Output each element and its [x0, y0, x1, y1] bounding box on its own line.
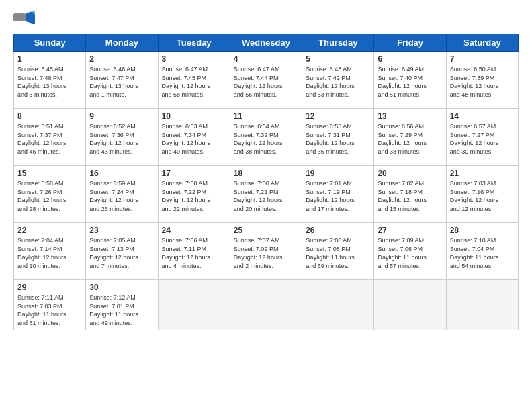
day-header-tuesday: Tuesday	[158, 34, 230, 52]
day-number: 23	[89, 226, 154, 235]
day-number: 15	[17, 169, 82, 178]
calendar-page: SundayMondayTuesdayWednesdayThursdayFrid…	[0, 0, 532, 411]
cal-cell-22: 22Sunrise: 7:04 AM Sunset: 7:14 PM Dayli…	[14, 223, 86, 280]
day-number: 17	[162, 169, 226, 178]
cell-info: Sunrise: 7:00 AM Sunset: 7:21 PM Dayligh…	[234, 179, 298, 213]
cal-cell-29: 29Sunrise: 7:11 AM Sunset: 7:03 PM Dayli…	[14, 280, 86, 330]
day-number: 12	[306, 111, 370, 121]
cal-cell-14: 14Sunrise: 6:57 AM Sunset: 7:27 PM Dayli…	[446, 109, 518, 166]
day-number: 7	[450, 54, 515, 64]
cell-info: Sunrise: 6:47 AM Sunset: 7:45 PM Dayligh…	[162, 65, 226, 99]
cell-info: Sunrise: 7:02 AM Sunset: 7:18 PM Dayligh…	[378, 179, 442, 213]
cal-cell-4: 4Sunrise: 6:47 AM Sunset: 7:44 PM Daylig…	[230, 52, 302, 109]
cell-info: Sunrise: 6:57 AM Sunset: 7:27 PM Dayligh…	[450, 122, 515, 156]
day-number: 22	[17, 226, 82, 235]
cal-cell-empty	[230, 280, 302, 330]
cal-cell-15: 15Sunrise: 6:58 AM Sunset: 7:26 PM Dayli…	[14, 166, 86, 223]
cal-cell-10: 10Sunrise: 6:53 AM Sunset: 7:34 PM Dayli…	[158, 109, 230, 166]
cell-info: Sunrise: 6:56 AM Sunset: 7:29 PM Dayligh…	[378, 122, 442, 156]
day-number: 5	[306, 54, 370, 64]
logo-icon	[13, 11, 35, 27]
cell-info: Sunrise: 6:47 AM Sunset: 7:44 PM Dayligh…	[234, 65, 298, 99]
day-number: 25	[234, 226, 298, 235]
day-number: 18	[234, 169, 298, 178]
logo	[13, 11, 38, 27]
cal-cell-13: 13Sunrise: 6:56 AM Sunset: 7:29 PM Dayli…	[374, 109, 446, 166]
day-header-friday: Friday	[374, 34, 446, 52]
day-number: 29	[17, 283, 82, 292]
day-number: 26	[306, 226, 370, 235]
cell-info: Sunrise: 6:48 AM Sunset: 7:42 PM Dayligh…	[306, 65, 370, 99]
cal-cell-1: 1Sunrise: 6:45 AM Sunset: 7:48 PM Daylig…	[14, 52, 86, 109]
day-number: 6	[378, 54, 442, 64]
day-number: 21	[450, 169, 515, 178]
cal-cell-19: 19Sunrise: 7:01 AM Sunset: 7:19 PM Dayli…	[302, 166, 374, 223]
cal-cell-6: 6Sunrise: 6:49 AM Sunset: 7:40 PM Daylig…	[374, 52, 446, 109]
day-header-wednesday: Wednesday	[230, 34, 302, 52]
cal-cell-empty	[302, 280, 374, 330]
cal-cell-empty	[374, 280, 446, 330]
day-number: 24	[162, 226, 226, 235]
cal-cell-empty	[158, 280, 230, 330]
day-number: 9	[89, 111, 154, 121]
calendar-table: SundayMondayTuesdayWednesdayThursdayFrid…	[13, 34, 519, 330]
cal-cell-16: 16Sunrise: 6:59 AM Sunset: 7:24 PM Dayli…	[86, 166, 158, 223]
day-number: 3	[162, 54, 226, 64]
cell-info: Sunrise: 7:12 AM Sunset: 7:01 PM Dayligh…	[89, 293, 154, 327]
day-number: 20	[378, 169, 442, 178]
day-number: 16	[89, 169, 154, 178]
cell-info: Sunrise: 6:46 AM Sunset: 7:47 PM Dayligh…	[89, 65, 154, 99]
cell-info: Sunrise: 7:04 AM Sunset: 7:14 PM Dayligh…	[17, 236, 82, 270]
day-number: 14	[450, 111, 515, 121]
cal-cell-28: 28Sunrise: 7:10 AM Sunset: 7:04 PM Dayli…	[446, 223, 518, 280]
cal-cell-21: 21Sunrise: 7:03 AM Sunset: 7:16 PM Dayli…	[446, 166, 518, 223]
cell-info: Sunrise: 6:49 AM Sunset: 7:40 PM Dayligh…	[378, 65, 442, 99]
cal-cell-8: 8Sunrise: 6:51 AM Sunset: 7:37 PM Daylig…	[14, 109, 86, 166]
cell-info: Sunrise: 7:09 AM Sunset: 7:06 PM Dayligh…	[378, 236, 442, 270]
cal-cell-27: 27Sunrise: 7:09 AM Sunset: 7:06 PM Dayli…	[374, 223, 446, 280]
cal-cell-17: 17Sunrise: 7:00 AM Sunset: 7:22 PM Dayli…	[158, 166, 230, 223]
cal-cell-25: 25Sunrise: 7:07 AM Sunset: 7:09 PM Dayli…	[230, 223, 302, 280]
cell-info: Sunrise: 7:03 AM Sunset: 7:16 PM Dayligh…	[450, 179, 515, 213]
day-number: 8	[17, 111, 82, 121]
cal-cell-9: 9Sunrise: 6:52 AM Sunset: 7:36 PM Daylig…	[86, 109, 158, 166]
cal-cell-12: 12Sunrise: 6:55 AM Sunset: 7:31 PM Dayli…	[302, 109, 374, 166]
cell-info: Sunrise: 7:05 AM Sunset: 7:13 PM Dayligh…	[89, 236, 154, 270]
cell-info: Sunrise: 7:10 AM Sunset: 7:04 PM Dayligh…	[450, 236, 515, 270]
day-number: 4	[234, 54, 298, 64]
cal-cell-24: 24Sunrise: 7:06 AM Sunset: 7:11 PM Dayli…	[158, 223, 230, 280]
cell-info: Sunrise: 6:59 AM Sunset: 7:24 PM Dayligh…	[89, 179, 154, 213]
cell-info: Sunrise: 7:06 AM Sunset: 7:11 PM Dayligh…	[162, 236, 226, 270]
day-number: 1	[17, 54, 82, 64]
cal-cell-26: 26Sunrise: 7:08 AM Sunset: 7:08 PM Dayli…	[302, 223, 374, 280]
cell-info: Sunrise: 6:54 AM Sunset: 7:32 PM Dayligh…	[234, 122, 298, 156]
cal-cell-30: 30Sunrise: 7:12 AM Sunset: 7:01 PM Dayli…	[86, 280, 158, 330]
cell-info: Sunrise: 6:50 AM Sunset: 7:39 PM Dayligh…	[450, 65, 515, 99]
day-header-sunday: Sunday	[14, 34, 86, 52]
day-number: 27	[378, 226, 442, 235]
header	[13, 11, 519, 27]
cell-info: Sunrise: 6:45 AM Sunset: 7:48 PM Dayligh…	[17, 65, 82, 99]
cell-info: Sunrise: 6:55 AM Sunset: 7:31 PM Dayligh…	[306, 122, 370, 156]
cal-cell-23: 23Sunrise: 7:05 AM Sunset: 7:13 PM Dayli…	[86, 223, 158, 280]
day-number: 30	[89, 283, 154, 292]
cal-cell-empty	[446, 280, 518, 330]
day-header-thursday: Thursday	[302, 34, 374, 52]
cal-cell-2: 2Sunrise: 6:46 AM Sunset: 7:47 PM Daylig…	[86, 52, 158, 109]
cal-cell-18: 18Sunrise: 7:00 AM Sunset: 7:21 PM Dayli…	[230, 166, 302, 223]
day-header-saturday: Saturday	[446, 34, 518, 52]
cal-cell-20: 20Sunrise: 7:02 AM Sunset: 7:18 PM Dayli…	[374, 166, 446, 223]
day-number: 11	[234, 111, 298, 121]
day-header-monday: Monday	[86, 34, 158, 52]
day-number: 13	[378, 111, 442, 121]
cal-cell-5: 5Sunrise: 6:48 AM Sunset: 7:42 PM Daylig…	[302, 52, 374, 109]
cal-cell-3: 3Sunrise: 6:47 AM Sunset: 7:45 PM Daylig…	[158, 52, 230, 109]
cell-info: Sunrise: 7:11 AM Sunset: 7:03 PM Dayligh…	[17, 293, 82, 327]
cell-info: Sunrise: 6:51 AM Sunset: 7:37 PM Dayligh…	[17, 122, 82, 156]
cell-info: Sunrise: 7:07 AM Sunset: 7:09 PM Dayligh…	[234, 236, 298, 270]
cell-info: Sunrise: 6:52 AM Sunset: 7:36 PM Dayligh…	[89, 122, 154, 156]
day-number: 19	[306, 169, 370, 178]
cell-info: Sunrise: 7:00 AM Sunset: 7:22 PM Dayligh…	[162, 179, 226, 213]
cal-cell-7: 7Sunrise: 6:50 AM Sunset: 7:39 PM Daylig…	[446, 52, 518, 109]
cell-info: Sunrise: 7:08 AM Sunset: 7:08 PM Dayligh…	[306, 236, 370, 270]
